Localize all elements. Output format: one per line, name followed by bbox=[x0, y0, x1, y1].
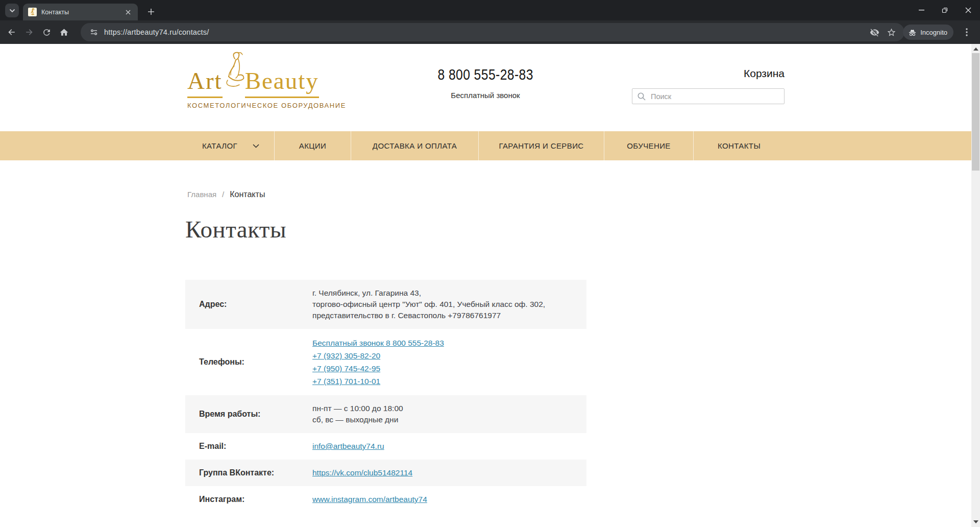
hours-value: пн-пт — с 10:00 до 18:00 сб, вс — выходн… bbox=[312, 395, 586, 433]
email-link[interactable]: info@artbeauty74.ru bbox=[312, 442, 384, 450]
tab-close-icon[interactable] bbox=[124, 8, 133, 17]
incognito-icon bbox=[908, 29, 917, 36]
contacts-table: Адрес: г. Челябинск, ул. Гагарина 43, то… bbox=[185, 280, 586, 513]
nav-item-promotions[interactable]: АКЦИИ bbox=[275, 131, 351, 160]
phone-link-freecall[interactable]: Бесплатный звонок 8 800 555-28-83 bbox=[312, 339, 444, 347]
email-value: info@artbeauty74.ru bbox=[312, 433, 586, 460]
browser-menu-button[interactable] bbox=[960, 25, 974, 40]
back-icon bbox=[7, 27, 17, 37]
back-button[interactable] bbox=[3, 23, 20, 41]
three-dots-icon bbox=[966, 28, 968, 36]
chevron-down-icon bbox=[9, 9, 15, 13]
forward-icon bbox=[24, 27, 34, 37]
forward-button[interactable] bbox=[20, 23, 38, 41]
breadcrumb-home-link[interactable]: Главная bbox=[187, 190, 216, 199]
scrollbar-down-arrow[interactable] bbox=[973, 520, 978, 523]
table-row-vk: Группа ВКонтакте: https://vk.com/club514… bbox=[185, 460, 586, 486]
vk-label: Группа ВКонтакте: bbox=[185, 461, 312, 485]
plus-icon bbox=[148, 8, 155, 15]
site-info-icon[interactable] bbox=[88, 26, 100, 38]
tab-search-button[interactable] bbox=[5, 4, 19, 17]
incognito-label: Incognito bbox=[920, 29, 947, 36]
nav-item-catalog[interactable]: КАТАЛОГ bbox=[187, 131, 275, 160]
nav-item-training[interactable]: ОБУЧЕНИЕ bbox=[604, 131, 694, 160]
restore-icon bbox=[942, 7, 948, 13]
table-row-address: Адрес: г. Челябинск, ул. Гагарина 43, то… bbox=[185, 280, 586, 329]
logo-tagline: КОСМЕТОЛОГИЧЕСКОЕ ОБОРУДОВАНИЕ bbox=[187, 102, 341, 109]
window-close-button[interactable] bbox=[957, 0, 980, 20]
address-value: г. Челябинск, ул. Гагарина 43, торгово-о… bbox=[312, 280, 586, 329]
instagram-value: www.instagram.com/artbeauty74 bbox=[312, 486, 586, 513]
nav-item-warranty[interactable]: ГАРАНТИЯ И СЕРВИС bbox=[479, 131, 604, 160]
tab-title: Контакты bbox=[41, 9, 124, 16]
logo-word-beauty: Beauty bbox=[245, 69, 319, 98]
page-scrollbar[interactable] bbox=[971, 44, 980, 527]
cart-link[interactable]: Корзина bbox=[704, 67, 785, 80]
table-row-phones: Телефоны: Бесплатный звонок 8 800 555-28… bbox=[185, 329, 586, 395]
url-text[interactable]: https://artbeauty74.ru/contacts/ bbox=[104, 28, 870, 36]
phone-link-2[interactable]: +7 (950) 745-42-95 bbox=[312, 364, 380, 373]
table-row-hours: Время работы: пн-пт — с 10:00 до 18:00 с… bbox=[185, 395, 586, 433]
nav-item-delivery[interactable]: ДОСТАВКА И ОПЛАТА bbox=[351, 131, 479, 160]
table-row-email: E-mail: info@artbeauty74.ru bbox=[185, 433, 586, 460]
breadcrumb-current: Контакты bbox=[230, 190, 265, 199]
phone-number: 8 800 555-28-83 bbox=[437, 66, 533, 83]
scrollbar-up-arrow[interactable] bbox=[973, 47, 978, 51]
bookmark-star-icon[interactable] bbox=[887, 28, 896, 37]
home-button[interactable] bbox=[55, 23, 72, 41]
eye-off-icon[interactable] bbox=[870, 28, 879, 37]
table-row-instagram: Инстаграм: www.instagram.com/artbeauty74 bbox=[185, 486, 586, 513]
phones-label: Телефоны: bbox=[185, 350, 312, 374]
vk-value: https://vk.com/club51482114 bbox=[312, 460, 586, 486]
header-phone-block: 8 800 555-28-83 Бесплатный звонок bbox=[398, 66, 573, 100]
window-minimize-button[interactable] bbox=[910, 0, 933, 20]
instagram-label: Инстаграм: bbox=[185, 487, 312, 512]
window-restore-button[interactable] bbox=[933, 0, 957, 20]
search-input[interactable] bbox=[651, 92, 779, 101]
search-box[interactable] bbox=[632, 88, 785, 104]
search-icon bbox=[637, 92, 646, 101]
window-controls bbox=[910, 0, 980, 20]
minimize-icon bbox=[919, 10, 924, 11]
home-icon bbox=[59, 28, 69, 37]
art-beauty-favicon bbox=[28, 8, 37, 16]
breadcrumb: Главная / Контакты bbox=[187, 190, 265, 199]
browser-tab-contacts[interactable]: Контакты bbox=[23, 4, 138, 20]
close-icon bbox=[965, 7, 971, 13]
hours-label: Время работы: bbox=[185, 402, 312, 426]
email-label: E-mail: bbox=[185, 434, 312, 459]
address-bar[interactable]: https://artbeauty74.ru/contacts/ bbox=[81, 23, 904, 41]
phone-link-3[interactable]: +7 (351) 701-10-01 bbox=[312, 377, 380, 386]
address-label: Адрес: bbox=[185, 292, 312, 317]
reload-button[interactable] bbox=[38, 23, 55, 41]
page-content: Art Beauty КОСМЕТОЛОГИЧЕСКОЕ ОБОРУДОВАНИ… bbox=[0, 44, 980, 527]
site-logo[interactable]: Art Beauty КОСМЕТОЛОГИЧЕСКОЕ ОБОРУДОВАНИ… bbox=[187, 51, 341, 109]
nav-item-contacts[interactable]: КОНТАКТЫ bbox=[694, 131, 785, 160]
incognito-badge: Incognito bbox=[903, 25, 953, 40]
woman-figure-icon bbox=[217, 51, 249, 100]
breadcrumb-separator: / bbox=[222, 190, 224, 199]
phone-note: Бесплатный звонок bbox=[398, 91, 573, 100]
page-title: Контакты bbox=[185, 215, 286, 243]
chevron-down-icon bbox=[253, 144, 259, 148]
vk-link[interactable]: https://vk.com/club51482114 bbox=[312, 468, 412, 477]
phones-value: Бесплатный звонок 8 800 555-28-83 +7 (93… bbox=[312, 329, 586, 395]
new-tab-button[interactable] bbox=[144, 5, 158, 18]
reload-icon bbox=[42, 28, 52, 37]
scrollbar-thumb[interactable] bbox=[972, 53, 979, 171]
phone-link-1[interactable]: +7 (932) 305-82-20 bbox=[312, 351, 380, 360]
instagram-link[interactable]: www.instagram.com/artbeauty74 bbox=[312, 495, 427, 504]
browser-tab-strip: Контакты bbox=[0, 0, 980, 20]
main-navigation: КАТАЛОГ АКЦИИ ДОСТАВКА И ОПЛАТА ГАРАНТИЯ… bbox=[0, 131, 971, 160]
